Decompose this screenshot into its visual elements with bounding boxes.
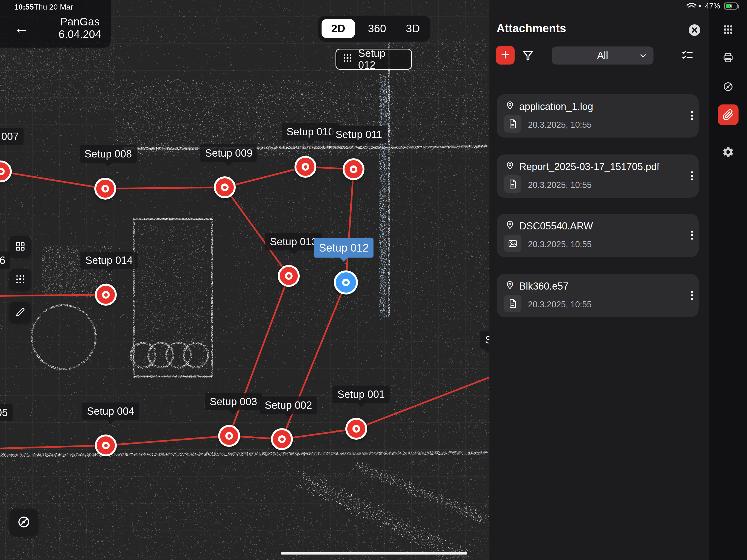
active-setup-chip[interactable]: Setup 012 bbox=[335, 49, 412, 70]
setup-marker-003[interactable] bbox=[218, 425, 240, 447]
setup-marker-012-selected[interactable] bbox=[334, 271, 358, 295]
attachment-row[interactable]: application_1.log 20.3.2025, 10:55 bbox=[497, 94, 699, 137]
attachments-panel: Attachments All bbox=[489, 0, 709, 560]
scanner-offline-icon bbox=[17, 515, 31, 530]
setup-marker-013[interactable] bbox=[278, 265, 300, 287]
panel-title: Attachments bbox=[496, 22, 566, 35]
row-menu-button[interactable] bbox=[686, 110, 698, 123]
setup-label-008[interactable]: Setup 008 bbox=[80, 145, 137, 163]
scanner-offline-button[interactable] bbox=[9, 509, 38, 536]
wifi-icon bbox=[686, 2, 697, 10]
layout-grid-button[interactable] bbox=[9, 236, 31, 257]
document-icon bbox=[504, 115, 521, 133]
attachments-tab-active[interactable] bbox=[718, 104, 739, 125]
edit-tool-button[interactable] bbox=[9, 302, 31, 323]
row-menu-button[interactable] bbox=[686, 229, 698, 242]
location-pin-icon bbox=[505, 100, 515, 111]
setup-marker-009[interactable] bbox=[214, 176, 236, 198]
setup-marker-008[interactable] bbox=[94, 178, 116, 200]
battery-charging-icon bbox=[724, 2, 738, 9]
row-menu-button[interactable] bbox=[686, 170, 698, 183]
location-pin-icon bbox=[505, 220, 515, 231]
attachment-name: DSC05540.ARW bbox=[519, 221, 675, 232]
setup-marker-002[interactable] bbox=[271, 428, 293, 450]
setup-label-011[interactable]: Setup 011 bbox=[331, 126, 387, 143]
scale-bar bbox=[281, 552, 467, 555]
attachment-date: 20.3.2025, 10:55 bbox=[528, 120, 592, 130]
filter-dropdown-value: All bbox=[597, 50, 608, 61]
setup-marker-010[interactable] bbox=[294, 156, 316, 178]
attachment-row[interactable]: Blk360.e57 20.3.2025, 10:55 bbox=[497, 274, 699, 317]
setup-label-007-clipped[interactable]: Setup 007 bbox=[0, 128, 24, 145]
multiselect-button[interactable] bbox=[681, 49, 694, 63]
tab-360[interactable]: 360 bbox=[359, 16, 395, 42]
app-root: Setup 008 Setup 009 Setup 010 Setup 011 … bbox=[0, 0, 747, 560]
setup-marker-001[interactable] bbox=[345, 418, 367, 440]
apps-grid-icon bbox=[723, 24, 733, 35]
document-icon bbox=[504, 175, 521, 193]
layout-grid-icon bbox=[15, 240, 26, 253]
project-version: 6.04.204 bbox=[47, 28, 113, 41]
row-menu-button[interactable] bbox=[686, 289, 698, 302]
setup-label-012-selected[interactable]: Setup 012 bbox=[314, 238, 374, 258]
paperclip-icon bbox=[722, 108, 735, 121]
close-panel-button[interactable] bbox=[688, 24, 701, 36]
setup-marker-004[interactable] bbox=[95, 434, 117, 456]
gear-icon bbox=[722, 146, 734, 158]
clock: 10:55 bbox=[14, 3, 34, 11]
status-bar: 10:55 Thu 20 Mar 47% bbox=[0, 0, 747, 13]
add-attachment-button[interactable] bbox=[496, 46, 515, 65]
tab-2d[interactable]: 2D bbox=[321, 19, 355, 38]
view-switcher: 2D 360 3D bbox=[318, 16, 430, 42]
project-title: PanGas 6.04.204 bbox=[47, 15, 113, 41]
attachment-row[interactable]: DSC05540.ARW 20.3.2025, 10:55 bbox=[497, 214, 699, 257]
attachment-name: application_1.log bbox=[519, 101, 675, 112]
setup-marker-014[interactable] bbox=[95, 284, 117, 306]
apps-grid-button[interactable] bbox=[723, 24, 733, 36]
scanner-offline-icon bbox=[722, 81, 734, 93]
scanner-offline-button[interactable] bbox=[722, 81, 734, 94]
setup-label-005-clipped[interactable]: Setup 005 bbox=[0, 404, 12, 422]
printer-icon bbox=[722, 52, 734, 63]
plus-icon bbox=[500, 49, 511, 61]
filter-dropdown[interactable]: All bbox=[552, 47, 653, 65]
back-button[interactable]: ← bbox=[14, 20, 29, 36]
attachment-date: 20.3.2025, 10:55 bbox=[528, 239, 592, 249]
setup-label-004[interactable]: Setup 004 bbox=[82, 403, 139, 420]
attachment-name: Blk360.e57 bbox=[519, 281, 675, 292]
attachment-row[interactable]: Report_2025-03-17_151705.pdf 20.3.2025, … bbox=[497, 154, 699, 198]
attachment-date: 20.3.2025, 10:55 bbox=[528, 300, 592, 309]
active-setup-chip-label: Setup 012 bbox=[358, 48, 405, 71]
document-icon bbox=[504, 295, 521, 312]
pencil-icon bbox=[15, 307, 26, 319]
station-grid-icon bbox=[15, 274, 26, 286]
date: Thu 20 Mar bbox=[34, 3, 73, 11]
wifi-dot bbox=[698, 5, 701, 7]
tab-3d[interactable]: 3D bbox=[398, 16, 428, 42]
setup-label-013[interactable]: Setup 013 bbox=[265, 233, 322, 251]
image-icon bbox=[504, 235, 521, 252]
attachment-name: Report_2025-03-17_151705.pdf bbox=[519, 161, 675, 173]
project-name: PanGas bbox=[47, 15, 113, 28]
setup-label-003[interactable]: Setup 003 bbox=[205, 393, 262, 410]
setup-label-001[interactable]: Setup 001 bbox=[333, 385, 390, 403]
right-toolbar-rail bbox=[709, 0, 747, 560]
checklist-icon bbox=[681, 58, 694, 62]
setup-label-014[interactable]: Setup 014 bbox=[80, 252, 137, 269]
station-grid-icon bbox=[342, 53, 353, 66]
setup-label-009[interactable]: Setup 009 bbox=[200, 144, 257, 162]
chevron-down-icon bbox=[639, 51, 647, 60]
setup-marker-011[interactable] bbox=[343, 158, 364, 180]
filter-funnel-icon bbox=[522, 58, 534, 62]
location-pin-icon bbox=[505, 280, 515, 291]
battery-percent: 47% bbox=[705, 2, 720, 10]
printer-button[interactable] bbox=[722, 52, 734, 65]
attachment-date: 20.3.2025, 10:55 bbox=[528, 180, 592, 190]
setup-label-010[interactable]: Setup 010 bbox=[282, 123, 339, 141]
setup-label-002[interactable]: Setup 002 bbox=[260, 397, 317, 414]
filter-button[interactable] bbox=[522, 49, 534, 63]
setup-label-006-clipped[interactable]: Setup 006 bbox=[0, 252, 10, 269]
location-pin-icon bbox=[505, 160, 515, 172]
station-tool-button[interactable] bbox=[9, 269, 31, 290]
settings-button[interactable] bbox=[722, 146, 734, 159]
